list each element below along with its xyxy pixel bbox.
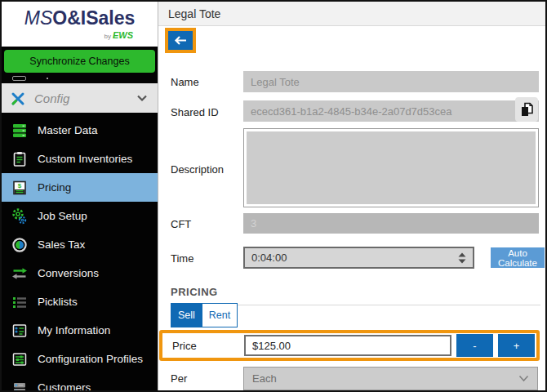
cft-input[interactable]	[243, 213, 539, 234]
sidebar-item-customers[interactable]: Customers	[2, 373, 158, 392]
master-data-icon	[11, 122, 28, 139]
synchronize-changes-button[interactable]: Synchronize Changes	[4, 50, 155, 73]
name-input[interactable]	[243, 71, 539, 92]
sidebar-item-label: Master Data	[38, 124, 98, 136]
clipped-scrolled-item	[2, 73, 158, 83]
custom-inventories-icon	[11, 151, 28, 167]
logo-ms: MS	[24, 7, 53, 29]
price-label: Price	[172, 340, 244, 352]
app-window: MSO&ISales byEWS Synchronize Changes Con…	[0, 0, 547, 392]
sidebar-item-label: Custom Inventories	[38, 153, 132, 165]
clipped-item-outline	[12, 76, 26, 81]
logo-text: MSO&ISales	[2, 7, 158, 29]
logo-by: by	[104, 33, 110, 40]
back-button-highlight	[165, 28, 196, 53]
page-title: Legal Tote	[168, 7, 220, 20]
per-dropdown[interactable]: Each	[243, 367, 538, 390]
configuration-profiles-icon	[11, 351, 28, 368]
description-label: Description	[171, 163, 224, 176]
job-setup-icon	[11, 208, 28, 225]
sidebar-item-label: Customers	[38, 381, 91, 392]
sidebar-item-label: Conversions	[38, 267, 99, 279]
copy-button[interactable]	[515, 97, 538, 122]
page-header: Legal Tote	[158, 2, 545, 26]
sidebar: MSO&ISales byEWS Synchronize Changes Con…	[2, 2, 158, 390]
pricing-section-title: PRICING	[171, 286, 218, 298]
tab-rent[interactable]: Rent	[202, 303, 238, 327]
logo-company: EWS	[113, 30, 133, 40]
sidebar-item-my-information[interactable]: My Information	[2, 316, 158, 345]
description-textarea-fill	[247, 131, 536, 204]
time-spinner[interactable]	[454, 250, 470, 265]
shared-id-input[interactable]	[243, 100, 539, 122]
tab-sell[interactable]: Sell	[171, 303, 202, 327]
per-label: Per	[171, 372, 187, 385]
sidebar-item-label: Sales Tax	[38, 238, 85, 251]
chevron-down-icon	[136, 94, 148, 102]
price-decrement-button[interactable]: -	[456, 334, 493, 357]
sidebar-item-label: Job Setup	[38, 210, 87, 222]
time-label: Time	[171, 252, 193, 265]
sidebar-item-custom-inventories[interactable]: Custom Inventories	[2, 145, 158, 173]
sidebar-item-job-setup[interactable]: Job Setup	[2, 202, 158, 230]
sidebar-item-configuration-profiles[interactable]: Configuration Profiles	[2, 345, 158, 373]
auto-calculate-button[interactable]: Auto Calculate	[491, 247, 545, 268]
sales-tax-icon	[11, 237, 28, 253]
my-information-icon	[11, 323, 28, 339]
time-input[interactable]	[243, 247, 474, 269]
arrow-left-icon	[174, 35, 188, 46]
copy-icon	[519, 101, 534, 118]
shared-id-label: Shared ID	[171, 106, 219, 118]
sidebar-item-master-data[interactable]: Master Data	[2, 116, 158, 145]
clipped-item-dot	[47, 78, 48, 79]
cft-label: CFT	[171, 218, 191, 230]
spinner-arrows-icon	[457, 252, 467, 265]
sidebar-section-config[interactable]: Config	[2, 83, 158, 113]
logo-brand: O&ISales	[52, 7, 135, 29]
per-dropdown-value: Each	[252, 372, 518, 385]
price-increment-button[interactable]: +	[498, 334, 535, 357]
description-textarea[interactable]	[243, 128, 539, 207]
tools-icon	[10, 90, 26, 106]
sell-rent-tabs: Sell Rent	[171, 303, 238, 327]
sidebar-item-label: Picklists	[38, 296, 78, 308]
app-logo: MSO&ISales byEWS	[2, 2, 158, 47]
customers-icon	[11, 380, 28, 392]
sidebar-item-label: My Information	[38, 324, 110, 336]
main-content: Legal Tote Name Shared ID Description	[158, 2, 545, 390]
sidebar-item-pricing[interactable]: $ Pricing	[2, 173, 158, 202]
chevron-down-icon	[518, 375, 529, 382]
svg-text:$: $	[18, 182, 22, 189]
sidebar-item-label: Configuration Profiles	[38, 353, 143, 365]
sidebar-item-label: Pricing	[38, 181, 71, 194]
sidebar-item-conversions[interactable]: Conversions	[2, 259, 158, 287]
back-button[interactable]	[168, 31, 193, 50]
name-label: Name	[171, 76, 199, 88]
config-section-label: Config	[34, 91, 128, 105]
picklists-icon	[11, 294, 28, 310]
sidebar-item-sales-tax[interactable]: Sales Tax	[2, 230, 158, 259]
conversions-icon	[11, 265, 28, 282]
sidebar-item-picklists[interactable]: Picklists	[2, 287, 158, 316]
pricing-icon: $	[11, 180, 28, 196]
price-input[interactable]	[244, 335, 451, 356]
sidebar-nav: Master Data Custom Inventories $ Pricing	[2, 116, 158, 392]
price-row-highlight: Price - +	[159, 330, 540, 361]
